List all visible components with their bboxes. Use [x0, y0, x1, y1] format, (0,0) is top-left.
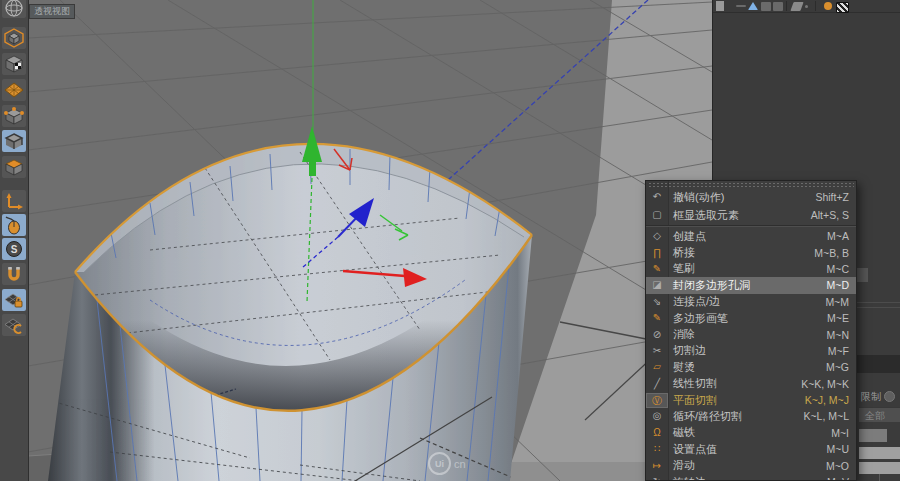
- svg-text:S: S: [11, 244, 18, 255]
- menu-item-dissolve[interactable]: ⊘ 消除 M~N: [646, 326, 856, 342]
- slider-bar[interactable]: [859, 447, 900, 459]
- menu-item-frame-selected[interactable]: ▢ 框显选取元素 Alt+S, S: [646, 206, 856, 224]
- panel-fragment: [856, 268, 868, 282]
- limit-label: 限制: [861, 390, 881, 404]
- make-editable-icon: [4, 0, 24, 17]
- points-mode-icon: [4, 106, 24, 126]
- menu-item-line-cut[interactable]: ╱ 线性切割 K~K, M~K: [646, 376, 856, 392]
- menu-item-magnet[interactable]: Ω 磁铁 M~I: [646, 425, 856, 441]
- menu-item-undo[interactable]: ↶ 撤销(动作) Shift+Z: [646, 188, 856, 206]
- menu-item-bridge[interactable]: ∏ 桥接 M~B, B: [646, 244, 856, 260]
- polygons-mode-icon: [4, 157, 24, 177]
- value-field[interactable]: [859, 429, 887, 442]
- enable-axis-button[interactable]: [2, 190, 26, 212]
- workplane-planar-button[interactable]: [2, 314, 26, 336]
- iron-icon: ▱: [646, 362, 668, 372]
- slider-bar[interactable]: [859, 462, 900, 474]
- divider: [786, 1, 787, 11]
- menu-item-polygon-pen[interactable]: ✎ 多边形画笔 M~E: [646, 310, 856, 326]
- texture-tag-icon[interactable]: [836, 2, 849, 13]
- texture-mode-icon: [4, 54, 24, 74]
- magnet-snap-button[interactable]: [2, 263, 26, 285]
- divider: [815, 1, 816, 11]
- bridge-icon: ∏: [646, 248, 668, 258]
- frame-selected-icon: ▢: [646, 210, 668, 220]
- workplane-lock-button[interactable]: [2, 289, 26, 311]
- s-badge-icon: S: [4, 239, 24, 259]
- limit-checkbox[interactable]: [884, 391, 895, 402]
- model-mode-button[interactable]: [2, 27, 26, 49]
- enable-axis-icon: [4, 191, 24, 211]
- object-chip2-icon[interactable]: [773, 2, 783, 11]
- mode-toolbar: S: [0, 0, 29, 481]
- menu-item-cut-edge[interactable]: ✂ 切割边 M~F: [646, 343, 856, 359]
- edges-mode-button[interactable]: [2, 130, 26, 152]
- connect-points-icon: ⇘: [646, 297, 668, 307]
- loop-path-cut-icon: ◎: [646, 411, 668, 421]
- workplane-planar-icon: [4, 315, 24, 335]
- points-mode-button[interactable]: [2, 105, 26, 127]
- texture-mode-button[interactable]: [2, 53, 26, 75]
- mouse-input-button[interactable]: [2, 214, 26, 236]
- menu-item-loop-path-cut[interactable]: ◎ 循环/路径切割 K~L, M~L: [646, 408, 856, 424]
- divider: [856, 307, 900, 308]
- pencil-icon[interactable]: [790, 2, 803, 11]
- line-cut-icon: ╱: [646, 379, 668, 389]
- plane-cut-icon: Ⓥ: [646, 393, 668, 408]
- watermark: Ui cn: [428, 452, 466, 475]
- menu-separator: [646, 225, 856, 227]
- cone-object-icon[interactable]: [748, 2, 758, 10]
- menu-item-close-polygon-hole[interactable]: ◪ 封闭多边形孔洞 M~D: [646, 277, 856, 293]
- brush-icon: ✎: [646, 264, 668, 274]
- cut-edge-icon: ✂: [646, 346, 668, 356]
- all-dropdown[interactable]: 全部: [859, 407, 900, 422]
- minimize-icon[interactable]: [736, 5, 746, 7]
- menu-item-plane-cut[interactable]: Ⓥ 平面切割 K~J, M~J: [646, 392, 856, 408]
- menu-item-create-point[interactable]: ◇ 创建点 M~A: [646, 228, 856, 244]
- make-editable-button[interactable]: [2, 0, 26, 18]
- menu-item-connect-points[interactable]: ⇘ 连接点/边 M~M: [646, 294, 856, 310]
- slide-icon: ↦: [646, 461, 668, 471]
- edge-tools-context-menu: ↶ 撤销(动作) Shift+Z ▢ 框显选取元素 Alt+S, S ◇ 创建点…: [645, 180, 857, 481]
- polygons-mode-button[interactable]: [2, 156, 26, 178]
- workplane-mode-icon: [4, 80, 24, 100]
- workplane-lock-icon: [4, 290, 24, 310]
- close-polygon-hole-icon: ◪: [646, 280, 668, 290]
- mouse-icon: [4, 215, 24, 235]
- workplane-mode-button[interactable]: [2, 79, 26, 101]
- model-mode-icon: [4, 28, 24, 48]
- object-chip-icon[interactable]: [761, 2, 771, 11]
- dissolve-icon: ⊘: [646, 330, 668, 340]
- manager-header: [713, 0, 900, 13]
- tick: [879, 474, 880, 481]
- dot-icon: [805, 5, 808, 8]
- menu-item-rotate-edge[interactable]: ↻ 旋转边 M~V: [646, 474, 856, 481]
- scroll-corner: [716, 1, 724, 11]
- rotate-edge-icon: ↻: [646, 477, 668, 481]
- polygon-pen-icon: ✎: [646, 313, 668, 323]
- magnet-icon: [4, 264, 24, 284]
- create-point-icon: ◇: [646, 231, 668, 241]
- material-sphere-icon[interactable]: [824, 2, 832, 10]
- menu-item-slide[interactable]: ↦ 滑动 M~O: [646, 457, 856, 473]
- edges-mode-icon: [4, 131, 24, 151]
- menu-item-set-point-value[interactable]: ∷ 设置点值 M~U: [646, 441, 856, 457]
- undo-icon: ↶: [646, 192, 668, 202]
- set-point-value-icon: ∷: [646, 444, 668, 454]
- menu-item-brush[interactable]: ✎ 笔刷 M~C: [646, 261, 856, 277]
- viewport-title[interactable]: 透视视图: [29, 4, 75, 19]
- menu-item-iron[interactable]: ▱ 熨烫 M~G: [646, 359, 856, 375]
- attribute-header-band: [856, 355, 900, 373]
- magnet-icon: Ω: [646, 428, 668, 438]
- divider: [856, 302, 900, 303]
- snap-s-button[interactable]: S: [2, 238, 26, 260]
